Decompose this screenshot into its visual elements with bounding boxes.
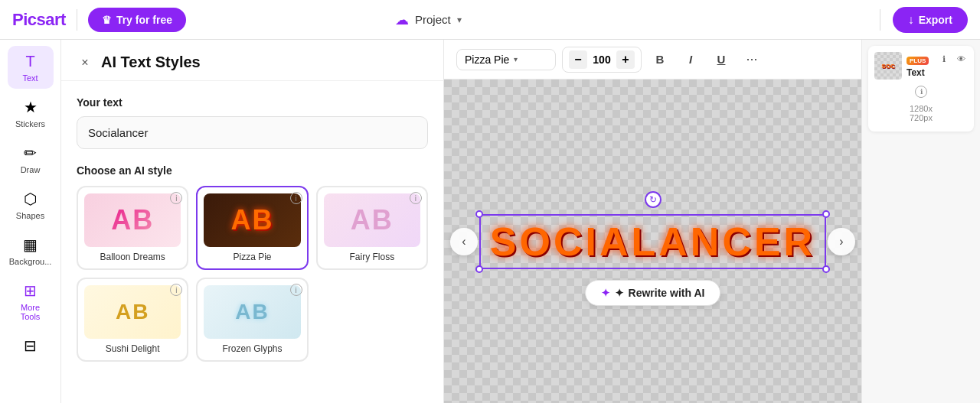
grid-icon: ⊟ <box>21 336 40 355</box>
style-preview-balloon: AB <box>84 193 181 247</box>
project-label: Project <box>415 13 451 26</box>
resize-handle-tl[interactable] <box>475 210 483 218</box>
italic-button[interactable]: I <box>678 47 703 72</box>
ai-text-styles-panel: × AI Text Styles Your text Choose an AI … <box>61 40 444 403</box>
fairy-text-preview: AB <box>351 204 394 236</box>
layer-icons: ℹ 👁 <box>937 52 968 66</box>
sidebar-item-text[interactable]: T Text <box>8 46 54 89</box>
stickers-icon: ★ <box>21 98 40 116</box>
sidebar-item-grid[interactable]: ⊟ <box>8 330 54 361</box>
font-selector[interactable]: Pizza Pie ▾ <box>456 49 556 70</box>
right-panel-content: SOC PLUS Text ℹ 👁 ℹ 1280x720px <box>862 40 980 138</box>
pizza-pie-label: Pizza Pie <box>233 252 271 262</box>
rewrite-with-ai-button[interactable]: ✦ Rewrite with AI <box>585 280 721 306</box>
info-icon-frozen[interactable]: i <box>290 284 302 296</box>
nav-right-divider <box>880 9 880 31</box>
frozen-text-preview: AB <box>235 300 269 324</box>
canvas-toolbar: Pizza Pie ▾ − 100 + B I U ··· <box>444 40 861 80</box>
layer-thumb-text: SOC <box>881 63 894 70</box>
style-preview-fairy: AB <box>324 193 420 247</box>
plus-badge: PLUS <box>906 57 929 65</box>
font-chevron-icon: ▾ <box>514 55 518 63</box>
font-size-decrease-button[interactable]: − <box>569 50 587 69</box>
project-selector[interactable]: ☁ Project ▾ <box>395 11 462 28</box>
shapes-icon: ⬡ <box>21 190 40 208</box>
panel-title: AI Text Styles <box>101 54 201 71</box>
info-icon-pizza[interactable]: i <box>290 192 302 204</box>
bold-button[interactable]: B <box>648 47 672 72</box>
balloon-text-preview: AB <box>111 204 154 236</box>
style-grid: i AB Balloon Dreams i AB Pizza Pie i <box>77 186 428 362</box>
pizza-text-preview: AB <box>230 204 273 236</box>
layer-dimensions: 1280x720px <box>874 101 968 125</box>
layer-card: SOC PLUS Text ℹ 👁 ℹ 1280x720px <box>868 46 974 132</box>
export-button[interactable]: Export <box>893 7 968 33</box>
sidebar-item-more-tools[interactable]: ⊞ More Tools <box>8 275 54 327</box>
canvas-container: Pizza Pie ▾ − 100 + B I U ··· ‹ ↻ SOCIAL… <box>444 40 861 403</box>
info-icon-fairy[interactable]: i <box>410 192 422 204</box>
sidebar-item-background[interactable]: ▦ Backgrou... <box>8 229 54 272</box>
nav-divider <box>77 9 77 31</box>
underline-button[interactable]: U <box>709 47 733 72</box>
canvas-text-element[interactable]: ↻ SOCIALANCER ✦ Rewrite with AI <box>479 214 826 269</box>
rewrite-ai-icon: ✦ <box>615 287 624 299</box>
more-tools-icon: ⊞ <box>21 281 40 300</box>
style-preview-pizza: AB <box>204 193 300 247</box>
font-size-increase-button[interactable]: + <box>616 50 635 69</box>
resize-handle-bl[interactable] <box>475 265 483 273</box>
layer-info-icon[interactable]: ℹ <box>937 52 951 66</box>
icon-sidebar: T Text ★ Stickers ✏ Draw ⬡ Shapes ▦ Back… <box>0 40 61 403</box>
top-navigation: Picsart Try for free ☁ Project ▾ Export <box>0 0 980 40</box>
text-icon: T <box>21 52 40 70</box>
style-preview-sushi: AB <box>84 285 181 339</box>
your-text-label: Your text <box>77 96 428 109</box>
try-for-free-button[interactable]: Try for free <box>88 8 186 32</box>
sushi-text-preview: AB <box>116 300 149 324</box>
layer-visibility-icon[interactable]: 👁 <box>954 52 968 66</box>
layer-info-circle[interactable]: ℹ <box>915 86 927 98</box>
frozen-glyphs-label: Frozen Glyphs <box>222 343 282 354</box>
fairy-floss-label: Fairy Floss <box>349 252 394 262</box>
close-panel-button[interactable]: × <box>77 54 93 71</box>
canvas-nav-right-arrow[interactable]: › <box>828 228 855 255</box>
right-panel: SOC PLUS Text ℹ 👁 ℹ 1280x720px <box>861 40 980 403</box>
choose-style-label: Choose an AI style <box>77 164 428 177</box>
style-card-sushi-delight[interactable]: i AB Sushi Delight <box>77 278 188 362</box>
text-input-field[interactable] <box>77 116 428 149</box>
sidebar-item-draw[interactable]: ✏ Draw <box>8 138 54 180</box>
style-card-pizza-pie[interactable]: i AB Pizza Pie <box>196 186 308 270</box>
layer-thumbnail: SOC <box>874 52 902 80</box>
balloon-dreams-label: Balloon Dreams <box>100 252 165 262</box>
style-card-fairy-floss[interactable]: i AB Fairy Floss <box>316 186 428 270</box>
cloud-icon: ☁ <box>395 11 409 28</box>
rotate-handle[interactable]: ↻ <box>645 191 662 208</box>
sidebar-item-shapes[interactable]: ⬡ Shapes <box>8 184 54 226</box>
style-card-balloon-dreams[interactable]: i AB Balloon Dreams <box>77 186 188 270</box>
resize-handle-br[interactable] <box>822 265 830 273</box>
canvas-text-display: SOCIALANCER <box>479 214 826 269</box>
panel-header: × AI Text Styles <box>61 40 443 81</box>
font-name: Pizza Pie <box>465 54 509 66</box>
sidebar-item-stickers[interactable]: ★ Stickers <box>8 92 54 135</box>
resize-handle-tr[interactable] <box>822 210 830 218</box>
main-area: T Text ★ Stickers ✏ Draw ⬡ Shapes ▦ Back… <box>0 40 980 403</box>
panel-body: Your text Choose an AI style i AB Balloo… <box>61 81 443 377</box>
canvas-area[interactable]: ‹ ↻ SOCIALANCER ✦ Rewrite with AI › <box>444 80 861 403</box>
app-logo: Picsart <box>12 10 66 30</box>
style-card-frozen-glyphs[interactable]: i AB Frozen Glyphs <box>196 278 308 362</box>
sushi-delight-label: Sushi Delight <box>106 343 160 354</box>
draw-icon: ✏ <box>21 144 40 162</box>
rewrite-ai-label: Rewrite with AI <box>629 287 705 299</box>
style-preview-frozen: AB <box>204 285 300 339</box>
chevron-down-icon: ▾ <box>457 15 462 25</box>
more-options-button[interactable]: ··· <box>740 47 764 72</box>
font-size-control: − 100 + <box>562 47 642 73</box>
font-size-value: 100 <box>590 54 613 66</box>
background-icon: ▦ <box>21 236 40 254</box>
canvas-nav-left-arrow[interactable]: ‹ <box>450 228 478 255</box>
layer-name: Text <box>906 67 968 78</box>
